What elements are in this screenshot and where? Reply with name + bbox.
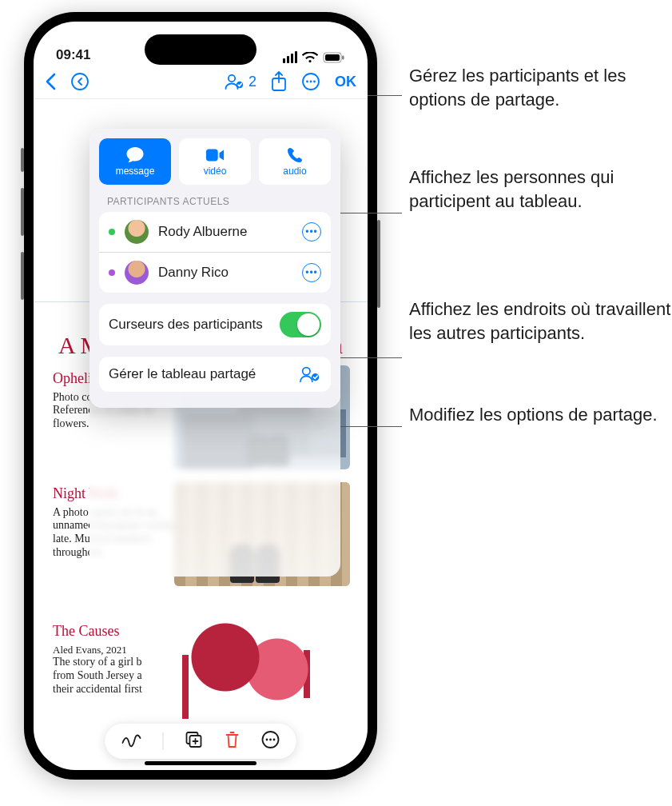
done-button[interactable]: OK — [335, 74, 356, 90]
participant-more-icon[interactable]: ••• — [302, 263, 321, 282]
message-button[interactable]: message — [99, 138, 171, 185]
status-time: 09:41 — [56, 47, 90, 63]
participant-more-icon[interactable]: ••• — [302, 222, 321, 241]
svg-point-4 — [229, 75, 235, 82]
home-indicator — [145, 761, 256, 765]
svg-point-8 — [306, 81, 308, 83]
communication-buttons: message vidéo audio — [99, 138, 331, 185]
participant-name: Danny Rico — [158, 265, 229, 281]
screen: 09:41 — [34, 22, 368, 770]
svg-point-10 — [313, 81, 316, 83]
cellular-icon — [283, 51, 297, 63]
callout-text: Gérez les participants et les options de… — [409, 64, 672, 111]
more-button[interactable] — [301, 72, 320, 91]
svg-rect-2 — [342, 55, 344, 59]
cursors-label: Curseurs des participants — [109, 317, 270, 333]
svg-rect-1 — [325, 54, 340, 61]
svg-point-9 — [310, 81, 312, 83]
presence-dot — [109, 229, 115, 235]
silent-switch — [21, 148, 24, 172]
callout-text: Affichez les endroits où travaillent les… — [409, 297, 672, 345]
power-button — [377, 220, 380, 308]
app-toolbar: 2 OK — [34, 66, 368, 99]
participant-name: Rody Albuerne — [158, 224, 248, 240]
delete-icon[interactable] — [225, 730, 241, 752]
back-button[interactable] — [45, 73, 56, 90]
separator — [163, 732, 164, 750]
audio-button[interactable]: audio — [259, 138, 331, 185]
collaborate-button[interactable]: 2 — [225, 73, 256, 90]
svg-point-12 — [303, 368, 310, 375]
undo-button[interactable] — [70, 72, 89, 91]
callout-text: Affichez les personnes qui participent a… — [409, 166, 672, 213]
manage-card: Gérer le tableau partagé — [99, 357, 331, 392]
cursors-toggle-row[interactable]: Curseurs des participants — [99, 304, 331, 345]
share-button[interactable] — [271, 71, 287, 92]
manage-shared-board-row[interactable]: Gérer le tableau partagé — [99, 357, 331, 392]
message-label: message — [116, 166, 155, 177]
battery-icon — [323, 52, 345, 63]
manage-label: Gérer le tableau partagé — [109, 366, 256, 382]
cursors-card: Curseurs des participants — [99, 304, 331, 345]
svg-point-17 — [266, 739, 268, 741]
dynamic-island — [145, 34, 256, 65]
collaboration-icon — [299, 365, 321, 384]
svg-point-18 — [269, 739, 272, 741]
participant-count: 2 — [249, 74, 256, 90]
volume-up-button — [21, 188, 24, 236]
participants-header: Participants actuels — [107, 196, 323, 207]
svg-point-19 — [273, 739, 276, 741]
cursors-toggle[interactable] — [280, 312, 321, 337]
participant-row[interactable]: Rody Albuerne ••• — [99, 212, 331, 252]
video-label: vidéo — [204, 166, 227, 177]
presence-dot — [109, 269, 115, 276]
more-tools-icon[interactable] — [261, 730, 280, 752]
participants-list: Rody Albuerne ••• Danny Rico ••• — [99, 212, 331, 293]
audio-label: audio — [283, 166, 306, 177]
add-icon[interactable] — [185, 730, 204, 752]
svg-point-3 — [72, 74, 88, 90]
avatar — [125, 261, 149, 285]
svg-point-13 — [312, 373, 319, 381]
draw-icon[interactable] — [121, 732, 142, 751]
avatar — [125, 220, 149, 244]
participant-row[interactable]: Danny Rico ••• — [99, 252, 331, 293]
collaboration-popover: message vidéo audio Participants actuels… — [89, 129, 340, 408]
iphone-frame: 09:41 — [24, 12, 377, 780]
svg-rect-11 — [206, 150, 218, 162]
volume-down-button — [21, 252, 24, 300]
wifi-icon — [302, 52, 318, 63]
video-button[interactable]: vidéo — [179, 138, 251, 185]
tools-bottombar — [105, 724, 296, 759]
callout-text: Modifiez les options de partage. — [409, 403, 672, 427]
